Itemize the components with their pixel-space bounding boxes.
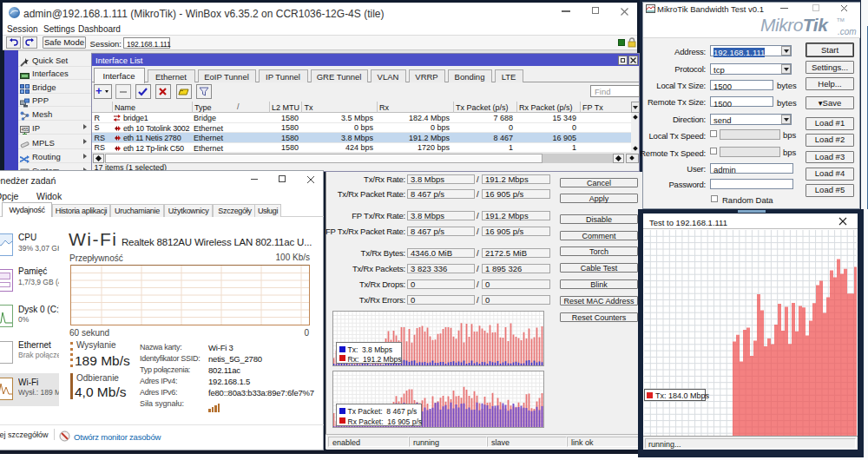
svg-text:455: 455	[22, 127, 30, 132]
